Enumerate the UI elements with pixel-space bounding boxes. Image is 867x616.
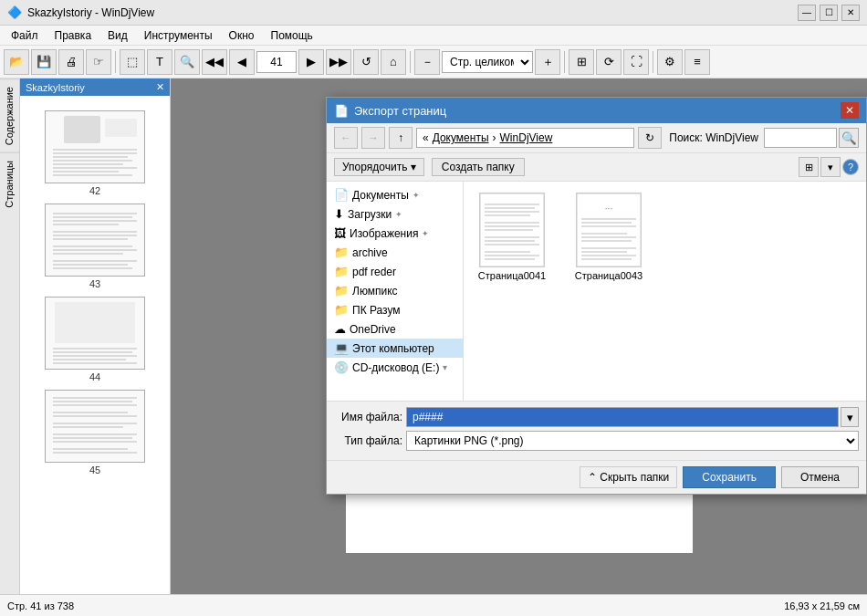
- breadcrumb-windjview[interactable]: WinDjView: [500, 131, 553, 144]
- hide-folders-btn[interactable]: ⌃ Скрыть папки: [580, 466, 677, 488]
- file-page0043[interactable]: ···: [568, 189, 650, 285]
- nav-pdfreder[interactable]: 📁 pdf reder: [327, 262, 463, 281]
- tb-save-btn[interactable]: 💾: [31, 49, 57, 75]
- menu-file[interactable]: Файл: [4, 27, 46, 44]
- view-list-btn[interactable]: ⊞: [799, 157, 819, 177]
- nav-archive-label: archive: [352, 246, 388, 259]
- tb-back-btn[interactable]: ◀: [229, 49, 255, 75]
- tb-home-btn[interactable]: ⌂: [381, 49, 406, 75]
- nav-documents[interactable]: 📄 Документы ✦: [327, 185, 463, 204]
- nav-cddrive[interactable]: 💿 CD-дисковод (E:) ▾: [327, 358, 463, 377]
- menu-edit[interactable]: Правка: [47, 27, 99, 44]
- new-folder-btn[interactable]: Создать папку: [432, 158, 525, 176]
- tb-zoom-plus-btn[interactable]: ＋: [535, 49, 560, 75]
- tb-open-btn[interactable]: 📂: [4, 49, 29, 75]
- filename-label: Имя файла:: [334, 411, 402, 423]
- tb-zoom-in-btn[interactable]: 🔍: [174, 49, 200, 75]
- cddrive-icon: 💿: [334, 360, 349, 374]
- help-btn[interactable]: ?: [842, 159, 859, 175]
- thumb-num-42: 42: [89, 185, 100, 196]
- save-btn[interactable]: Сохранить: [683, 466, 776, 488]
- menu-help[interactable]: Помощь: [264, 27, 320, 44]
- tab-contents[interactable]: Содержание: [0, 78, 19, 152]
- search-label: Поиск: WinDjView: [665, 131, 762, 144]
- file-name-0043: Страница0043: [575, 270, 642, 281]
- file-svg-0041: [480, 193, 544, 266]
- nav-cddrive-label: CD-дисковод (E:): [352, 361, 439, 374]
- thumb-page-43[interactable]: 43: [24, 204, 166, 289]
- menu-window[interactable]: Окно: [222, 27, 262, 44]
- filename-row: Имя файла: р#### ▾: [334, 407, 859, 427]
- nav-thispc[interactable]: 💻 Этот компьютер: [327, 339, 463, 358]
- tb-prev-btn[interactable]: ◀◀: [202, 49, 227, 75]
- tb-rotate-btn[interactable]: ⟳: [596, 49, 622, 75]
- menu-bar: Файл Правка Вид Инструменты Окно Помощь: [0, 26, 867, 46]
- separator-1: [115, 51, 116, 73]
- nav-lyumpix[interactable]: 📁 Люмпикс: [327, 281, 463, 300]
- thumb-page-45[interactable]: 45: [24, 390, 166, 475]
- dialog-up-btn[interactable]: ↑: [389, 127, 413, 149]
- sort-btn[interactable]: Упорядочить ▾: [334, 158, 424, 176]
- nav-downloads[interactable]: ⬇ Загрузки ✦: [327, 204, 463, 224]
- tb-more-btn[interactable]: ≡: [684, 49, 710, 75]
- thumb-page-42[interactable]: 42: [24, 110, 166, 196]
- thumb-img-44: [45, 297, 145, 370]
- filename-input[interactable]: р####: [406, 407, 839, 427]
- tb-text-btn[interactable]: T: [147, 49, 172, 75]
- thumb-panel-close[interactable]: ✕: [156, 81, 164, 93]
- tab-pages[interactable]: Страницы: [0, 152, 19, 215]
- view-toggle-btn[interactable]: ▾: [820, 157, 841, 177]
- tb-zoom-out-btn[interactable]: －: [414, 49, 440, 75]
- thumb-panel-title: SkazkyIstoriy: [26, 82, 85, 93]
- maximize-btn[interactable]: ☐: [820, 5, 838, 21]
- search-input[interactable]: [764, 128, 837, 148]
- onedrive-icon: ☁: [334, 322, 346, 336]
- nav-images[interactable]: 🖼 Изображения ✦: [327, 224, 463, 243]
- dialog-fwd-btn[interactable]: →: [361, 127, 385, 149]
- file-name-0041: Страница0041: [478, 270, 546, 281]
- tb-cursor-btn[interactable]: ☞: [86, 49, 111, 75]
- dialog-refresh-btn[interactable]: ↻: [638, 127, 662, 149]
- cancel-btn[interactable]: Отмена: [781, 466, 859, 488]
- filename-dropdown-btn[interactable]: ▾: [841, 407, 859, 427]
- menu-view[interactable]: Вид: [100, 27, 135, 44]
- filetype-select[interactable]: Картинки PNG (*.png): [406, 431, 859, 451]
- dialog-form: Имя файла: р#### ▾ Тип файла: Картинки P…: [327, 401, 866, 460]
- thumb-page-44[interactable]: 44: [24, 297, 166, 382]
- thumb-num-43: 43: [89, 278, 100, 289]
- view-buttons: ⊞ ▾ ?: [799, 157, 859, 177]
- minimize-btn[interactable]: —: [798, 5, 816, 21]
- tb-last-btn[interactable]: ▶▶: [326, 49, 351, 75]
- file-page0041[interactable]: Страница0041: [471, 189, 553, 285]
- dialog-back-btn[interactable]: ←: [334, 127, 358, 149]
- tb-select-btn[interactable]: ⬚: [120, 49, 145, 75]
- tb-fit-btn[interactable]: ⊞: [569, 49, 594, 75]
- nav-onedrive[interactable]: ☁ OneDrive: [327, 319, 463, 339]
- nav-downloads-label: Загрузки: [348, 208, 392, 221]
- lyumpix-icon: 📁: [334, 284, 349, 298]
- nav-pkrazum[interactable]: 📁 ПК Разум: [327, 300, 463, 319]
- thumb-panel: SkazkyIstoriy ✕: [20, 78, 171, 594]
- dialog-close-btn[interactable]: ✕: [841, 102, 859, 119]
- nav-lyumpix-label: Люмпикс: [352, 285, 398, 298]
- thumb-img-43: [45, 204, 145, 277]
- close-btn[interactable]: ✕: [841, 5, 860, 21]
- tb-fwd-btn[interactable]: ▶: [298, 49, 324, 75]
- tb-settings-btn[interactable]: ⚙: [657, 49, 683, 75]
- filetype-label: Тип файла:: [334, 434, 402, 447]
- tb-fullscreen-btn[interactable]: ⛶: [623, 49, 649, 75]
- menu-tools[interactable]: Инструменты: [137, 27, 220, 44]
- tb-refresh-btn[interactable]: ↺: [353, 49, 379, 75]
- tb-print-btn[interactable]: 🖨: [58, 49, 84, 75]
- new-folder-label: Создать папку: [442, 161, 515, 173]
- zoom-dropdown[interactable]: Стр. целиком: [442, 51, 533, 73]
- footer-left: ⌃ Скрыть папки: [580, 466, 677, 488]
- search-btn[interactable]: 🔍: [839, 128, 859, 148]
- title-bar: 🔷 SkazkyIstoriy - WinDjView — ☐ ✕: [0, 0, 867, 26]
- breadcrumb-documents[interactable]: Документы: [433, 131, 489, 144]
- thumb-num-45: 45: [89, 465, 100, 475]
- export-dialog: 📄 Экспорт страниц ✕ ← → ↑ « Документы › …: [326, 97, 867, 495]
- thumb-img-42: [45, 110, 145, 183]
- nav-archive[interactable]: 📁 archive: [327, 243, 463, 262]
- page-number-input[interactable]: 41: [256, 51, 297, 73]
